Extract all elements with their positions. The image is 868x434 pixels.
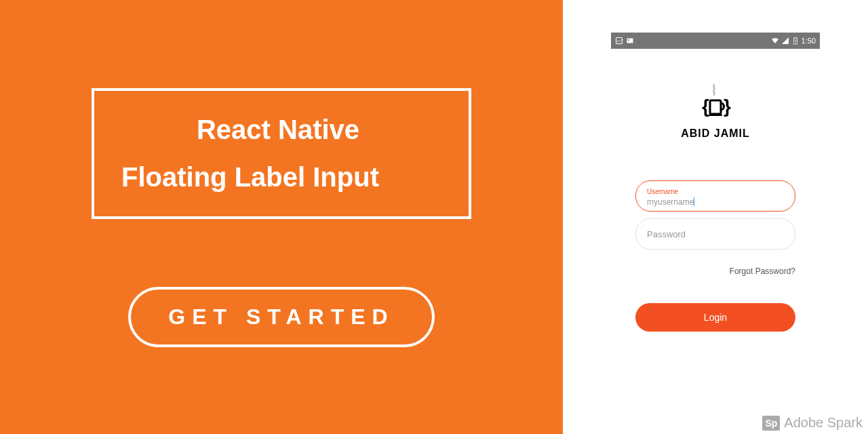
demo-panel: 1:50 { } ABID JAMIL Username myusername [563,0,868,434]
login-form: Username myusername Password Forgot Pass… [635,180,795,332]
title-line-1: React Native [121,115,435,145]
svg-text:}: } [724,96,731,117]
sp-badge-icon: Sp [762,416,780,431]
login-button[interactable]: Login [635,303,795,332]
svg-rect-6 [710,100,721,114]
svg-rect-4 [795,37,796,38]
status-right: 1:50 [771,37,816,45]
watermark: Sp Adobe Spark [762,415,863,431]
get-started-button[interactable]: GET STARTED [128,287,434,347]
wifi-icon [771,37,779,45]
signal-icon [781,37,789,45]
title-line-2: Floating Label Input [121,162,435,193]
status-bar: 1:50 [611,33,820,49]
phone-frame: 1:50 { } ABID JAMIL Username myusername [611,33,820,332]
battery-icon [791,37,800,45]
watermark-text: Adobe Spark [784,415,863,431]
username-input[interactable]: myusername [647,197,694,207]
svg-rect-7 [709,114,722,116]
password-placeholder: Password [647,226,784,239]
promo-panel: React Native Floating Label Input GET ST… [0,0,563,434]
svg-text:{: { [702,96,709,117]
username-label: Username [647,188,784,195]
logo-text: ABID JAMIL [681,127,750,140]
logo-mug-icon: { } [695,81,736,122]
password-field[interactable]: Password [635,218,795,250]
svg-rect-1 [627,39,633,43]
svg-rect-2 [628,39,629,41]
svg-rect-0 [616,38,623,44]
text-cursor [694,197,694,206]
image-icon [615,37,623,45]
username-field[interactable]: Username myusername [635,180,795,212]
status-time: 1:50 [802,37,816,45]
card-icon [626,37,634,45]
logo-section: { } ABID JAMIL [681,81,750,140]
title-box: React Native Floating Label Input [92,88,471,219]
forgot-password-link[interactable]: Forgot Password? [635,267,795,276]
status-left [615,37,634,45]
